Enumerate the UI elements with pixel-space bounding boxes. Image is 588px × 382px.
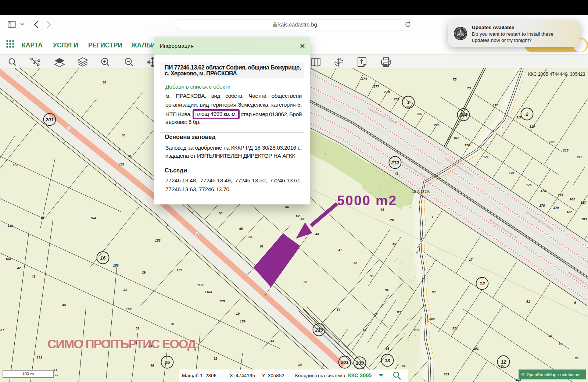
svg-text:101: 101 — [473, 347, 478, 350]
svg-text:46: 46 — [353, 261, 358, 265]
svg-text:239: 239 — [315, 327, 323, 333]
svg-text:34: 34 — [122, 133, 125, 137]
svg-text:13: 13 — [270, 339, 274, 343]
svg-text:63: 63 — [304, 280, 307, 284]
svg-text:128: 128 — [219, 299, 225, 303]
svg-text:75: 75 — [453, 78, 457, 81]
svg-text:171: 171 — [483, 155, 488, 159]
svg-text:66: 66 — [386, 347, 390, 350]
svg-text:182: 182 — [569, 197, 575, 201]
svg-text:59: 59 — [239, 227, 243, 231]
svg-text:32: 32 — [214, 357, 217, 360]
svg-text:159: 159 — [240, 319, 245, 323]
svg-text:3: 3 — [420, 237, 422, 240]
svg-text:157: 157 — [176, 268, 182, 272]
svg-text:282: 282 — [405, 105, 411, 109]
svg-text:5000 m2: 5000 m2 — [337, 193, 397, 208]
svg-text:277: 277 — [373, 85, 379, 88]
svg-text:80: 80 — [392, 242, 396, 246]
svg-text:212: 212 — [391, 160, 399, 165]
svg-text:67: 67 — [402, 364, 406, 368]
svg-text:64: 64 — [337, 308, 340, 311]
svg-text:101: 101 — [119, 163, 124, 166]
svg-text:ККС 2005: ККС 2005 — [348, 372, 372, 378]
svg-text:ККС 2005 4744449, 305423: ККС 2005 4744449, 305423 — [528, 72, 585, 77]
svg-text:81: 81 — [526, 300, 530, 303]
svg-text:ШАХТА: ШАХТА — [412, 189, 430, 193]
svg-text:Y: 305852: Y: 305852 — [262, 373, 284, 378]
svg-text:144: 144 — [459, 112, 467, 118]
svg-text:285: 285 — [416, 112, 422, 116]
svg-text:153: 153 — [12, 163, 18, 167]
svg-text:29: 29 — [123, 288, 127, 292]
svg-text:29: 29 — [141, 271, 146, 274]
svg-text:84: 84 — [385, 288, 388, 292]
svg-text:79: 79 — [390, 218, 394, 222]
svg-text:1: 1 — [431, 215, 433, 219]
svg-text:201: 201 — [443, 372, 449, 376]
svg-text:157: 157 — [126, 307, 132, 311]
svg-text:35: 35 — [128, 154, 132, 158]
svg-text:221: 221 — [452, 326, 458, 330]
svg-text:42: 42 — [17, 266, 21, 270]
svg-text:170: 170 — [464, 143, 470, 147]
svg-text:111: 111 — [516, 115, 521, 119]
svg-text:178: 178 — [539, 204, 545, 207]
svg-text:12: 12 — [480, 281, 485, 286]
svg-text:86: 86 — [285, 205, 289, 209]
svg-text:286: 286 — [433, 123, 440, 127]
svg-text:154: 154 — [90, 216, 96, 220]
svg-text:1: 1 — [407, 100, 409, 105]
svg-text:49: 49 — [300, 217, 304, 221]
svg-text:12: 12 — [54, 368, 57, 372]
svg-text:31: 31 — [171, 322, 175, 326]
svg-text:178: 178 — [540, 189, 546, 193]
svg-text:96: 96 — [575, 356, 579, 360]
svg-text:43: 43 — [380, 208, 384, 211]
svg-text:164: 164 — [5, 257, 11, 261]
svg-text:31: 31 — [136, 326, 139, 330]
svg-text:131: 131 — [36, 356, 42, 359]
svg-text:17: 17 — [469, 258, 473, 261]
svg-text:201: 201 — [340, 360, 349, 365]
svg-text:215: 215 — [562, 149, 569, 152]
svg-text:58: 58 — [219, 211, 222, 215]
svg-text:41: 41 — [394, 172, 398, 175]
svg-text:44: 44 — [62, 303, 66, 307]
svg-text:Мащаб 1: 2806: Мащаб 1: 2806 — [182, 373, 216, 378]
svg-text:156: 156 — [155, 239, 161, 242]
svg-text:99: 99 — [432, 290, 435, 294]
svg-text:4: 4 — [415, 251, 417, 254]
svg-text:14: 14 — [298, 363, 302, 367]
svg-text:88: 88 — [103, 81, 106, 84]
svg-text:2: 2 — [525, 111, 528, 117]
svg-text:156: 156 — [113, 264, 119, 267]
svg-text:65: 65 — [363, 328, 367, 332]
svg-text:X: 4744195: X: 4744195 — [230, 373, 255, 378]
svg-text:167: 167 — [453, 136, 459, 140]
svg-text:239: 239 — [355, 360, 364, 366]
svg-text:48: 48 — [315, 232, 319, 236]
svg-text:100 m: 100 m — [22, 372, 34, 376]
svg-text:118: 118 — [8, 224, 13, 228]
svg-text:83: 83 — [397, 310, 401, 314]
svg-text:26: 26 — [40, 216, 45, 219]
svg-text:СИМО ПРОПЪРТИС ЕООД: СИМО ПРОПЪРТИС ЕООД — [47, 337, 196, 351]
svg-text:16: 16 — [100, 255, 106, 261]
svg-text:112: 112 — [493, 103, 498, 107]
svg-text:182: 182 — [566, 210, 572, 214]
svg-text:102: 102 — [499, 364, 504, 368]
svg-text:61: 61 — [0, 328, 4, 332]
svg-text:© OpenStreetMap contributors: © OpenStreetMap contributors. — [521, 372, 581, 377]
svg-text:174: 174 — [509, 171, 514, 175]
svg-text:10: 10 — [236, 312, 240, 315]
svg-text:110: 110 — [530, 125, 535, 128]
svg-text:97: 97 — [559, 342, 563, 346]
svg-text:216: 216 — [576, 155, 582, 159]
svg-text:257: 257 — [413, 328, 419, 332]
svg-text:98: 98 — [548, 334, 552, 338]
svg-text:281: 281 — [393, 97, 399, 101]
svg-text:50: 50 — [296, 214, 300, 218]
svg-text:73: 73 — [467, 86, 471, 90]
svg-text:179: 179 — [557, 193, 563, 197]
